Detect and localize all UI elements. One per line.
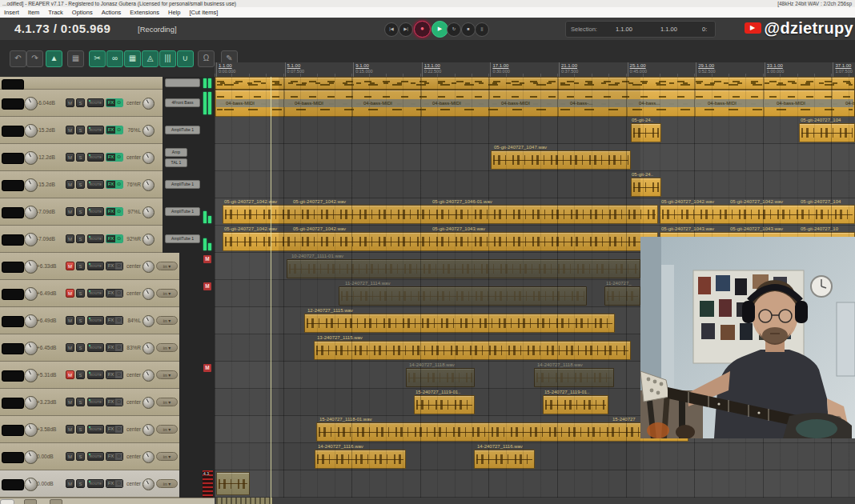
mute-button[interactable]: M <box>66 262 74 270</box>
track-row[interactable]: +6.45dBMSROUTEFX⊙83%Rin ▾ <box>0 334 215 362</box>
time-display[interactable]: 4.1.73 / 0:05.969 <box>14 22 110 35</box>
pan-knob[interactable] <box>142 397 155 409</box>
undo-icon[interactable]: ↶ <box>10 50 26 67</box>
solo-button[interactable]: S <box>76 207 85 216</box>
volume-knob[interactable] <box>24 369 38 382</box>
record-button[interactable]: ● <box>414 21 431 38</box>
track-row[interactable]: 0.00dBMSROUTEFX⊙centerin ▾ <box>0 443 215 470</box>
pan-knob[interactable] <box>142 315 155 327</box>
route-button[interactable]: ROUTE <box>87 289 104 298</box>
track-name-field[interactable] <box>2 452 24 463</box>
solo-button[interactable]: S <box>76 425 85 434</box>
route-button[interactable]: ROUTE <box>87 98 104 107</box>
route-button[interactable]: ROUTE <box>87 126 104 134</box>
solo-button[interactable]: S <box>76 153 85 162</box>
mute-button[interactable]: M <box>66 343 74 352</box>
track-name-field[interactable] <box>2 234 24 246</box>
mute-button[interactable]: M <box>66 316 74 325</box>
auto-crossfade-icon[interactable]: ✂ <box>89 50 106 67</box>
volume-knob[interactable] <box>24 342 38 355</box>
route-button[interactable]: ROUTE <box>87 153 104 162</box>
volume-knob[interactable] <box>24 260 38 274</box>
track-row[interactable]: +6.49dBMSROUTEFX⊙centerin ▾M <box>0 280 215 307</box>
redo-icon[interactable]: ↷ <box>26 50 43 67</box>
track-row[interactable]: -15.2dBMSROUTEFX⊙76%RAmpliTube 1 <box>0 171 215 198</box>
track-name-field[interactable] <box>2 79 24 90</box>
solo-button[interactable]: S <box>76 289 85 298</box>
solo-button[interactable]: S <box>76 262 85 270</box>
matrix-icon[interactable]: ▦ <box>124 50 141 67</box>
selection-start[interactable]: 1.1.00 <box>616 26 632 33</box>
track-row[interactable]: +3.23dBMSROUTEFX⊙centerin ▾ <box>0 389 215 416</box>
fx-insert-chip[interactable]: AmpliTube 1 <box>165 234 200 243</box>
pan-knob[interactable] <box>142 478 155 490</box>
track-name-field[interactable] <box>2 370 24 382</box>
route-button[interactable]: ROUTE <box>87 479 104 488</box>
pan-knob[interactable] <box>142 288 155 300</box>
mute-button[interactable]: M <box>66 207 74 216</box>
mute-button[interactable]: M <box>66 180 74 189</box>
menu-cutitems[interactable]: [Cut items] <box>189 9 218 16</box>
input-selector[interactable]: in ▾ <box>156 262 178 270</box>
input-selector[interactable]: in ▾ <box>156 479 178 488</box>
pan-knob[interactable] <box>142 98 155 110</box>
track-name-field[interactable] <box>2 316 24 327</box>
pan-knob[interactable] <box>142 179 155 191</box>
go-to-start-button[interactable]: |◀ <box>384 22 399 37</box>
solo-button[interactable]: S <box>76 479 85 488</box>
input-selector[interactable]: in ▾ <box>156 452 178 461</box>
input-selector[interactable]: in ▾ <box>156 343 178 352</box>
selection-end[interactable]: 1.1.00 <box>660 26 677 33</box>
track-row[interactable]: +5.31dBMSROUTEFX⊙centerin ▾M <box>0 362 215 389</box>
solo-button[interactable]: S <box>76 452 85 461</box>
solo-button[interactable]: S <box>76 343 85 352</box>
track-row[interactable]: 0.00dBMSROUTEFX⊙centerin ▾4.3 <box>0 470 215 498</box>
menu-actions[interactable]: Actions <box>102 9 122 16</box>
track-name-field[interactable] <box>2 262 24 273</box>
mute-button[interactable]: M <box>66 153 74 162</box>
track-row[interactable] <box>0 77 215 90</box>
selection-length[interactable]: 0: <box>702 26 712 33</box>
track-row[interactable]: +6.33dBMSROUTEFX⊙centerin ▾M <box>0 253 215 280</box>
pan-knob[interactable] <box>142 342 155 354</box>
mute-button[interactable]: M <box>66 126 74 134</box>
envelope-icon[interactable]: ◬ <box>142 50 159 67</box>
route-button[interactable]: ROUTE <box>87 343 104 352</box>
pan-knob[interactable] <box>142 370 155 382</box>
volume-knob[interactable] <box>24 233 38 246</box>
volume-knob[interactable] <box>24 450 38 464</box>
solo-button[interactable]: S <box>76 180 85 189</box>
timeline-ruler[interactable]: 1.1.000:00.0005.1.000:07.5009.1.000:15.0… <box>215 62 855 78</box>
pan-knob[interactable] <box>142 424 155 436</box>
pan-knob[interactable] <box>142 125 155 137</box>
fx-insert-chip[interactable]: Amp <box>165 148 187 157</box>
mute-button[interactable]: M <box>66 425 74 434</box>
mute-button[interactable]: M <box>66 452 74 461</box>
route-button[interactable]: ROUTE <box>87 234 104 243</box>
route-button[interactable]: ROUTE <box>87 316 104 325</box>
volume-knob[interactable] <box>24 97 38 110</box>
input-selector[interactable]: in ▾ <box>156 289 178 298</box>
route-button[interactable]: ROUTE <box>87 262 104 270</box>
menu-options[interactable]: Options <box>72 9 93 16</box>
partial-clip[interactable] <box>216 498 272 504</box>
menu-item[interactable]: Item <box>28 9 40 16</box>
metronome-icon[interactable]: ▲ <box>46 50 62 67</box>
track-name-field[interactable] <box>2 98 24 110</box>
track-name-field[interactable] <box>2 425 24 436</box>
volume-knob[interactable] <box>24 314 38 328</box>
pan-knob[interactable] <box>142 152 155 164</box>
fx-insert-chip[interactable]: TAL 1 <box>165 158 187 167</box>
route-button[interactable]: ROUTE <box>87 370 104 379</box>
solo-button[interactable]: S <box>76 370 85 379</box>
repeat-button[interactable]: ↻ <box>447 22 461 37</box>
route-button[interactable]: ROUTE <box>87 207 104 216</box>
input-selector[interactable]: in ▾ <box>156 425 178 434</box>
solo-button[interactable]: S <box>76 126 85 134</box>
fx-insert-chip[interactable] <box>165 78 200 87</box>
envelope-toggle-button[interactable] <box>50 499 62 504</box>
track-row[interactable]: -7.09dBMSROUTEFX⊙97%LAmpliTube 1 <box>0 198 215 226</box>
menu-insert[interactable]: Insert <box>4 9 19 16</box>
track-name-field[interactable] <box>2 207 24 218</box>
fx-insert-chip[interactable]: AmpliTube 1 <box>165 126 200 134</box>
